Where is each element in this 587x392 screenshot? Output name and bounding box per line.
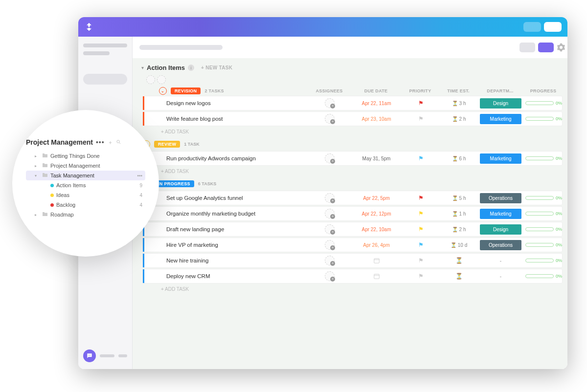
department-cell[interactable]: Marketing	[480, 209, 521, 219]
priority-flag[interactable]: ⚑	[404, 273, 438, 280]
view-button-1[interactable]	[519, 43, 535, 52]
assignee-avatar-icon[interactable]	[325, 98, 335, 108]
task-row[interactable]: Hire VP of marketing Apr 26, 4pm ⚑ ⏳ 10 …	[142, 238, 563, 252]
chat-button[interactable]	[83, 349, 96, 362]
view-button-2[interactable]	[538, 43, 554, 52]
assignee-avatar-icon[interactable]	[325, 193, 335, 203]
task-name[interactable]: Write feature blog post	[159, 113, 306, 125]
department-cell[interactable]: Operations	[480, 193, 521, 203]
more-icon[interactable]: •••	[137, 173, 142, 178]
add-task-button[interactable]: + ADD TASK	[139, 167, 565, 179]
add-icon[interactable]: ＋	[108, 139, 113, 146]
column-time[interactable]: TIME EST.	[441, 88, 475, 93]
time-estimate[interactable]: ⏳ 3 h	[442, 101, 476, 106]
assignee-avatar-icon[interactable]	[325, 209, 335, 218]
priority-flag[interactable]: ⚑	[404, 210, 438, 217]
collapse-icon[interactable]: ▾	[141, 65, 144, 70]
column-department[interactable]: DEPARTM...	[479, 88, 521, 93]
assignee-avatar-icon[interactable]	[325, 271, 335, 281]
assignee-avatar-icon[interactable]	[325, 240, 335, 250]
tree-list-item[interactable]: Backlog4	[26, 200, 145, 210]
priority-flag[interactable]: ⚑	[404, 100, 438, 107]
tree-folder-item[interactable]: ▸Project Management	[26, 161, 145, 171]
tree-folder-item[interactable]: ▸Roadmap	[26, 210, 145, 219]
task-row[interactable]: Organize monthly marketing budget Apr 22…	[142, 206, 563, 221]
column-due[interactable]: DUE DATE	[353, 88, 399, 93]
status-badge[interactable]: REVISION	[171, 87, 201, 94]
column-progress[interactable]: PROGRESS	[525, 88, 562, 93]
status-toggle-icon[interactable]: ⌄	[159, 87, 167, 95]
titlebar-button-1[interactable]	[523, 22, 541, 32]
column-assignees[interactable]: ASSIGNEES	[310, 88, 349, 93]
due-date[interactable]: Apr 22, 11am	[353, 101, 400, 106]
task-name[interactable]: Organize monthly marketing budget	[159, 208, 306, 219]
department-cell[interactable]: Marketing	[480, 114, 521, 124]
task-row[interactable]: Draft new landing page Apr 22, 10am ⚑ ⏳ …	[142, 222, 563, 237]
task-row[interactable]: Write feature blog post Apr 23, 10am ⚑ ⏳…	[142, 111, 563, 126]
tree-folder-item[interactable]: ▸Getting Things Done	[26, 151, 145, 161]
task-name[interactable]: Hire VP of marketing	[159, 239, 306, 251]
due-date[interactable]	[353, 273, 400, 280]
priority-flag[interactable]: ⚑	[404, 226, 438, 233]
add-task-button[interactable]: + ADD TASK	[139, 284, 565, 297]
task-name[interactable]: New hire training	[159, 255, 306, 266]
more-icon[interactable]: •••	[96, 138, 105, 146]
tree-list-item[interactable]: Action Items9	[26, 180, 145, 190]
task-row[interactable]: Design new logos Apr 22, 11am ⚑ ⏳ 3 h De…	[142, 96, 563, 110]
task-name[interactable]: Design new logos	[159, 97, 306, 109]
priority-flag[interactable]: ⚑	[404, 241, 438, 248]
tree-folder-item[interactable]: ▾Task Management•••	[26, 171, 145, 180]
progress-cell[interactable]: 0%	[525, 116, 562, 121]
priority-flag[interactable]: ⚑	[404, 115, 438, 122]
column-priority[interactable]: PRIORITY	[403, 88, 437, 93]
titlebar-button-2[interactable]	[544, 22, 562, 32]
progress-cell[interactable]: 0%	[525, 156, 562, 161]
priority-flag[interactable]: ⚑	[404, 195, 438, 201]
progress-cell[interactable]: 0%	[525, 211, 562, 216]
time-estimate[interactable]: ⏳ 2 h	[442, 116, 476, 122]
status-badge[interactable]: IN PROGRESS	[154, 180, 194, 187]
filter-avatars[interactable]	[139, 75, 565, 84]
time-estimate[interactable]: ⏳ 6 h	[442, 156, 476, 161]
task-row[interactable]: Set up Google Analytics funnel Apr 22, 5…	[142, 191, 563, 205]
add-task-button[interactable]: + ADD TASK	[139, 127, 565, 139]
department-cell[interactable]: Operations	[480, 240, 521, 250]
avatar-placeholder-icon[interactable]	[157, 75, 166, 84]
department-cell[interactable]: -	[480, 258, 521, 263]
avatar-placeholder-icon[interactable]	[146, 75, 155, 84]
progress-cell[interactable]: 0%	[525, 242, 562, 247]
time-estimate[interactable]: ⏳ 5 h	[442, 196, 476, 201]
time-estimate[interactable]: ⏳ 2 h	[442, 227, 476, 232]
progress-cell[interactable]: 0%	[525, 196, 562, 200]
priority-flag[interactable]: ⚑	[404, 155, 438, 162]
task-row[interactable]: New hire training ⚑ ⏳ - 0%	[142, 253, 563, 268]
tree-list-item[interactable]: Ideas4	[26, 190, 145, 200]
due-date[interactable]: Apr 23, 10am	[353, 116, 400, 122]
department-cell[interactable]: Design	[480, 224, 521, 235]
search-icon[interactable]	[116, 139, 121, 146]
time-estimate[interactable]: ⏳	[442, 273, 476, 280]
time-estimate[interactable]: ⏳ 10 d	[442, 242, 476, 248]
progress-cell[interactable]: 0%	[525, 274, 562, 279]
priority-flag[interactable]: ⚑	[404, 257, 438, 264]
due-date[interactable]	[353, 257, 400, 264]
new-task-button[interactable]: + NEW TASK	[201, 65, 232, 70]
assignee-avatar-icon[interactable]	[325, 153, 335, 163]
task-row[interactable]: Deploy new CRM ⚑ ⏳ - 0%	[142, 269, 563, 283]
progress-cell[interactable]: 0%	[525, 258, 562, 263]
assignee-avatar-icon[interactable]	[325, 114, 335, 124]
due-date[interactable]: May 31, 5pm	[353, 156, 400, 161]
department-cell[interactable]: Design	[480, 98, 521, 109]
task-name[interactable]: Run productivity Adwords campaign	[159, 152, 306, 164]
department-cell[interactable]: Marketing	[480, 153, 521, 164]
info-icon[interactable]: i	[188, 65, 194, 71]
sidebar-search[interactable]	[83, 74, 127, 85]
settings-icon[interactable]	[557, 43, 565, 52]
time-estimate[interactable]: ⏳	[442, 257, 476, 264]
due-date[interactable]: Apr 22, 10am	[353, 227, 400, 232]
task-name[interactable]: Set up Google Analytics funnel	[159, 192, 306, 204]
task-row[interactable]: Run productivity Adwords campaign May 31…	[142, 151, 563, 166]
time-estimate[interactable]: ⏳ 1 h	[442, 211, 476, 217]
task-name[interactable]: Draft new landing page	[159, 223, 306, 235]
progress-cell[interactable]: 0%	[525, 227, 562, 232]
